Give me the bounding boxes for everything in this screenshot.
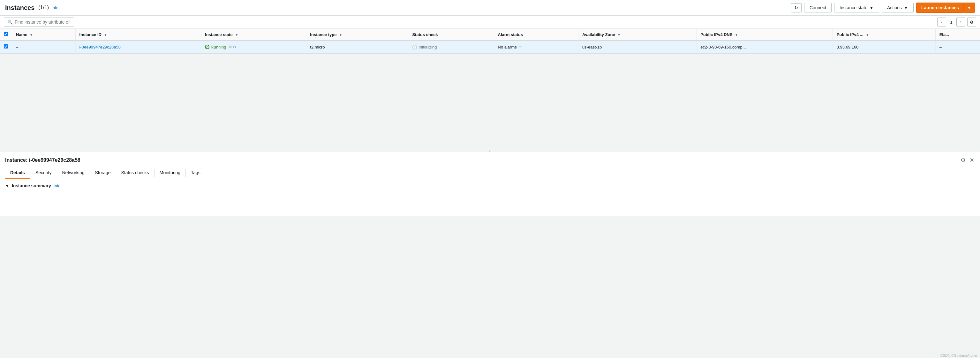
refresh-icon: ↻ xyxy=(794,5,798,10)
prev-page-icon: ‹ xyxy=(941,20,942,24)
public-ipv4-sort-icon: ▼ xyxy=(866,33,869,37)
row-instance-state: ✓ Running ⊕ ⊖ xyxy=(201,41,306,53)
tab-security[interactable]: Security xyxy=(30,167,57,179)
summary-title: Instance summary xyxy=(12,183,51,188)
row-alarm-status: No alarms + xyxy=(494,41,578,53)
instance-state-caret-icon: ▼ xyxy=(869,5,874,10)
launch-instances-button[interactable]: Launch instances xyxy=(916,3,964,13)
zoom-icons: ⊕ ⊖ xyxy=(229,45,236,49)
instance-state-button[interactable]: Instance state ▼ xyxy=(834,3,879,13)
launch-instances-wrapper: Launch instances ▼ xyxy=(916,3,975,13)
running-label: Running xyxy=(211,45,226,49)
connect-button[interactable]: Connect xyxy=(804,3,832,13)
select-all-checkbox[interactable] xyxy=(4,32,8,36)
toolbar: Instances (1/1) Info ↻ Connect Instance … xyxy=(0,0,980,16)
summary-info-link[interactable]: Info xyxy=(54,183,60,188)
search-icon: 🔍 xyxy=(7,19,13,25)
row-checkbox[interactable] xyxy=(4,45,8,48)
row-instance-id[interactable]: i-0ee99947e29c28a58 xyxy=(75,41,201,53)
instances-info-link[interactable]: Info xyxy=(51,5,59,10)
pagination-controls: ‹ 1 › ⚙ xyxy=(937,18,976,27)
panel-gear-icon: ⚙ xyxy=(961,157,966,163)
public-dns-sort-icon: ▼ xyxy=(735,33,738,37)
tab-networking[interactable]: Networking xyxy=(57,167,90,179)
az-sort-icon: ▼ xyxy=(617,33,620,37)
name-sort-icon: ▼ xyxy=(30,33,33,37)
col-instance-type[interactable]: Instance type ▼ xyxy=(306,29,408,41)
toolbar-left: Instances (1/1) Info xyxy=(5,4,59,11)
add-alarm-icon[interactable]: + xyxy=(519,44,522,50)
actions-button[interactable]: Actions ▼ xyxy=(882,3,913,13)
bottom-panel-header: Instance: i-0ee99947e29c28a58 ⚙ ✕ xyxy=(0,152,980,164)
bottom-panel-title: Instance: i-0ee99947e29c28a58 xyxy=(5,157,80,163)
table-settings-button[interactable]: ⚙ xyxy=(967,18,976,27)
row-instance-type: t2.micro xyxy=(306,41,408,53)
tab-details[interactable]: Details xyxy=(5,167,30,179)
table-controls: 🔍 ‹ 1 › ⚙ xyxy=(0,16,980,29)
initializing-label: Initializing xyxy=(418,45,437,49)
tab-status-checks[interactable]: Status checks xyxy=(116,167,154,179)
panel-close-icon: ✕ xyxy=(969,157,974,163)
actions-caret-icon: ▼ xyxy=(904,5,908,10)
zoom-out-icon: ⊖ xyxy=(233,45,236,49)
instance-id-sort-icon: ▼ xyxy=(104,33,107,37)
instances-table: Name ▼ Instance ID ▼ Instance state ▼ In… xyxy=(0,29,980,53)
instance-state-label: Instance state xyxy=(840,5,867,10)
row-elastic: – xyxy=(935,41,980,53)
col-instance-id[interactable]: Instance ID ▼ xyxy=(75,29,201,41)
instance-summary-section: ▼ Instance summary Info xyxy=(0,179,980,192)
toolbar-right: ↻ Connect Instance state ▼ Actions ▼ Lau… xyxy=(791,3,975,13)
tab-monitoring[interactable]: Monitoring xyxy=(154,167,186,179)
no-alarms-label: No alarms xyxy=(498,45,517,49)
initializing-status: 🕐 Initializing xyxy=(412,45,490,49)
row-name: – xyxy=(12,41,76,53)
tab-tags[interactable]: Tags xyxy=(186,167,205,179)
row-status-check: 🕐 Initializing xyxy=(408,41,494,53)
col-az[interactable]: Availability Zone ▼ xyxy=(578,29,696,41)
panel-divider[interactable]: ≡ xyxy=(0,150,980,152)
col-name[interactable]: Name ▼ xyxy=(12,29,76,41)
col-elastic[interactable]: Ela... xyxy=(935,29,980,41)
instances-table-wrapper: Name ▼ Instance ID ▼ Instance state ▼ In… xyxy=(0,29,980,54)
col-status-check[interactable]: Status check xyxy=(408,29,494,41)
panel-close-button[interactable]: ✕ xyxy=(969,156,975,164)
tab-storage[interactable]: Storage xyxy=(90,167,116,179)
col-alarm-status[interactable]: Alarm status xyxy=(494,29,578,41)
col-public-ipv4[interactable]: Public IPv4 ... ▼ xyxy=(832,29,935,41)
page-number: 1 xyxy=(948,20,955,25)
row-public-ipv4: 3.93.69.160 xyxy=(832,41,935,53)
gear-icon: ⚙ xyxy=(970,20,974,25)
search-input[interactable] xyxy=(15,19,70,25)
summary-toggle-icon[interactable]: ▼ xyxy=(5,183,9,188)
page-title: Instances xyxy=(5,4,35,11)
running-status: ✓ Running ⊕ ⊖ xyxy=(205,45,302,49)
launch-instances-caret-button[interactable]: ▼ xyxy=(964,3,975,13)
bottom-panel: Instance: i-0ee99947e29c28a58 ⚙ ✕ Detail… xyxy=(0,152,980,216)
row-checkbox-cell xyxy=(0,41,12,53)
prev-page-button[interactable]: ‹ xyxy=(937,18,946,27)
actions-label: Actions xyxy=(887,5,902,10)
next-page-button[interactable]: › xyxy=(956,18,965,27)
row-public-dns: ec2-3-93-69-160.comp... xyxy=(697,41,832,53)
bottom-panel-actions: ⚙ ✕ xyxy=(960,156,975,164)
panel-settings-button[interactable]: ⚙ xyxy=(960,156,966,164)
refresh-button[interactable]: ↻ xyxy=(791,3,802,13)
divider-handle-icon: ≡ xyxy=(489,149,491,153)
launch-caret-icon: ▼ xyxy=(967,5,971,10)
instance-type-sort-icon: ▼ xyxy=(339,33,342,37)
check-icon: ✓ xyxy=(206,45,208,48)
table-header-row: Name ▼ Instance ID ▼ Instance state ▼ In… xyxy=(0,29,980,41)
clock-icon: 🕐 xyxy=(412,45,417,49)
table-empty-space xyxy=(0,54,980,150)
no-alarms-cell: No alarms + xyxy=(498,44,574,50)
col-public-dns[interactable]: Public IPv4 DNS ▼ xyxy=(697,29,832,41)
col-instance-state[interactable]: Instance state ▼ xyxy=(201,29,306,41)
zoom-in-icon: ⊕ xyxy=(229,45,232,49)
running-circle-icon: ✓ xyxy=(205,45,209,49)
row-az: us-east-1b xyxy=(578,41,696,53)
table-row: – i-0ee99947e29c28a58 ✓ Running ⊕ ⊖ t2 xyxy=(0,41,980,53)
select-all-checkbox-cell xyxy=(0,29,12,41)
next-page-icon: › xyxy=(960,20,961,24)
instance-count: (1/1) xyxy=(38,5,49,11)
bottom-panel-tabs: Details Security Networking Storage Stat… xyxy=(0,167,980,179)
